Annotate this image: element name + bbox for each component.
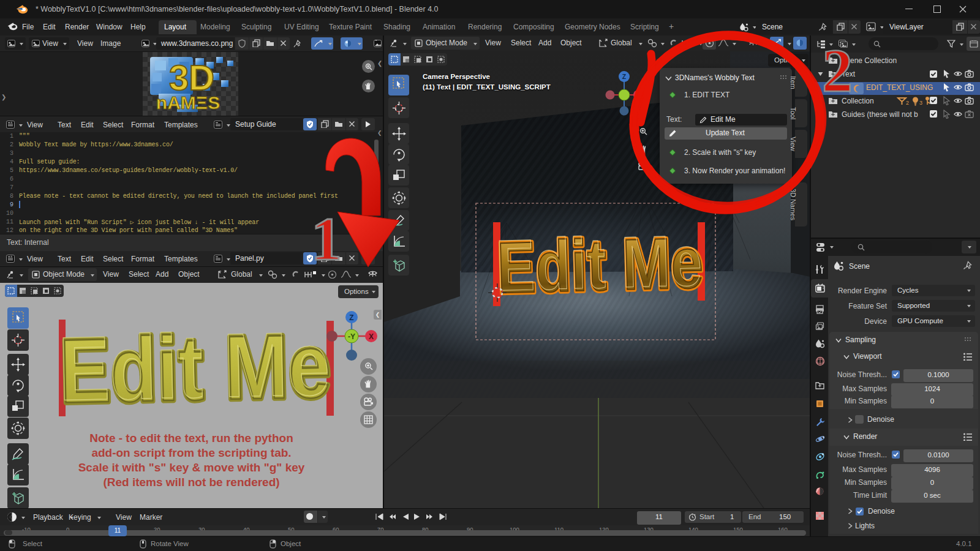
svg-text:X: X — [369, 332, 374, 341]
svg-text:3D: 3D — [169, 58, 214, 97]
svg-text:Z: Z — [622, 73, 627, 80]
svg-text:nAMΞS: nAMΞS — [156, 92, 220, 113]
svg-text:Edit Me: Edit Me — [495, 220, 703, 306]
svg-text:Z: Z — [349, 313, 353, 322]
svg-text:-Y: -Y — [348, 332, 355, 341]
svg-text:Edit Me: Edit Me — [58, 328, 330, 414]
